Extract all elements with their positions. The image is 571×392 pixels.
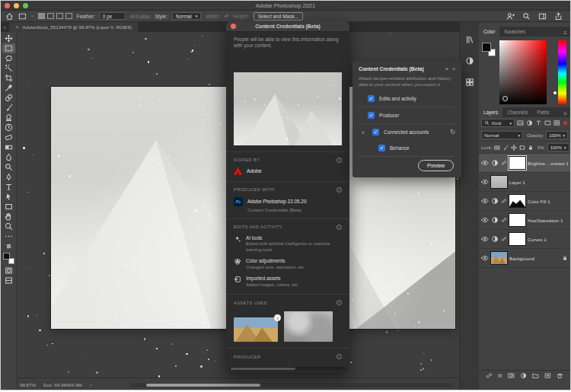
tool-quick-selection-tool[interactable]: [2, 63, 15, 73]
share-export-icon[interactable]: [554, 12, 563, 21]
shape-layers-icon[interactable]: [544, 120, 551, 126]
visibility-eye-icon[interactable]: [481, 159, 489, 167]
tool-type-tool[interactable]: [2, 182, 15, 192]
filter-toggle-icon[interactable]: [563, 121, 567, 125]
tool-path-selection-tool[interactable]: [2, 192, 15, 202]
panel-menu-icon[interactable]: ≡: [452, 66, 455, 72]
layer-effects-icon[interactable]: fx: [498, 373, 502, 378]
tool-brush-tool[interactable]: [2, 103, 15, 113]
pixel-layers-icon[interactable]: [517, 120, 524, 126]
foreground-background-colors[interactable]: [3, 253, 14, 264]
checkbox-checked[interactable]: ✓: [378, 145, 385, 151]
tool-eraser-tool[interactable]: [2, 132, 15, 142]
new-selection-icon[interactable]: [38, 13, 45, 19]
layer-row[interactable]: Layer 1: [479, 173, 570, 192]
new-adjustment-icon[interactable]: [520, 372, 527, 379]
layer-name[interactable]: Brightne... ontrast 1: [528, 161, 568, 166]
tool-pen-tool[interactable]: [2, 172, 15, 182]
link-layers-icon[interactable]: [486, 372, 493, 379]
option-connected-accounts[interactable]: ∨✓Connected accounts↻: [359, 124, 455, 140]
active-tool-icon[interactable]: [18, 12, 27, 21]
layer-row[interactable]: Background: [479, 249, 570, 268]
panel-adjustments-button[interactable]: [463, 55, 477, 66]
layer-row[interactable]: Hue/Saturation 1: [479, 211, 570, 230]
tab-swatches[interactable]: Swatches: [499, 27, 530, 37]
select-and-mask-button[interactable]: Select and Mask...: [254, 12, 303, 21]
info-icon[interactable]: i: [337, 187, 342, 193]
tab-color[interactable]: Color: [479, 27, 499, 37]
tool-screen-mode[interactable]: [2, 276, 15, 285]
close-panel-button[interactable]: [231, 24, 236, 29]
layer-row[interactable]: Color Fill 1: [479, 192, 570, 211]
refresh-icon[interactable]: ↻: [450, 129, 455, 135]
panel-menu-icon[interactable]: ≡: [560, 110, 570, 117]
panel-libraries-button[interactable]: [463, 33, 477, 45]
visibility-eye-icon[interactable]: [481, 216, 489, 224]
visibility-eye-icon[interactable]: [481, 178, 489, 186]
layer-thumbnail[interactable]: [509, 233, 525, 245]
layer-thumbnail[interactable]: [491, 252, 507, 264]
info-icon[interactable]: i: [337, 300, 342, 305]
checkbox-checked[interactable]: ✓: [368, 95, 375, 102]
layer-thumbnail[interactable]: [509, 214, 525, 226]
visibility-eye-icon[interactable]: [481, 197, 489, 205]
tool-spot-healing-brush-tool[interactable]: [2, 93, 15, 103]
tool-gradient-tool[interactable]: [2, 142, 15, 152]
subtract-from-selection-icon[interactable]: [56, 13, 63, 19]
checkbox-checked[interactable]: ✓: [372, 129, 379, 135]
lock-position-icon[interactable]: [511, 145, 517, 151]
visibility-eye-icon[interactable]: [481, 254, 489, 262]
asset-thumbnail-clouds[interactable]: [284, 311, 333, 342]
tool-history-brush-tool[interactable]: [2, 123, 15, 132]
tool-zoom-tool[interactable]: [2, 221, 15, 231]
feather-input[interactable]: 0 px: [100, 12, 126, 20]
tool-clone-stamp-tool[interactable]: [2, 113, 15, 123]
search-icon[interactable]: [522, 12, 531, 21]
lock-transparency-icon[interactable]: [494, 145, 500, 151]
collapse-panel-icon[interactable]: «: [445, 66, 448, 72]
tool-lasso-tool[interactable]: [2, 53, 15, 63]
color-field[interactable]: [499, 40, 547, 104]
new-layer-icon[interactable]: [544, 372, 551, 379]
tool-swap-colors[interactable]: [2, 241, 15, 251]
chevron-down-icon[interactable]: ∨: [359, 129, 368, 135]
info-icon[interactable]: i: [337, 225, 342, 230]
option-producer[interactable]: ✓Producer: [359, 107, 455, 123]
info-icon[interactable]: i: [337, 354, 342, 359]
intersect-selection-icon[interactable]: [65, 13, 72, 19]
zoom-level[interactable]: 98.87%: [20, 382, 36, 387]
panel-scrollbar-thumb[interactable]: [231, 368, 295, 370]
close-tab-icon[interactable]: ×: [15, 24, 18, 30]
tool-preset-chevron-icon[interactable]: ▾: [31, 14, 33, 18]
color-picker-ring[interactable]: [502, 96, 508, 101]
layer-thumbnail[interactable]: [509, 157, 525, 169]
asset-thumbnail-pyramids[interactable]: i: [234, 317, 278, 342]
lock-all-icon[interactable]: [528, 145, 534, 151]
status-chevron-icon[interactable]: >: [90, 382, 93, 387]
asset-info-badge-icon[interactable]: i: [274, 314, 281, 321]
tab-channels[interactable]: Channels: [502, 107, 532, 117]
tool-move-tool[interactable]: [2, 33, 15, 43]
preview-button[interactable]: Preview: [418, 160, 454, 171]
tool-edit-toolbar[interactable]: [2, 231, 15, 241]
home-icon[interactable]: [5, 12, 14, 21]
layer-row[interactable]: Brightne... ontrast 1: [479, 154, 570, 173]
option-edits-and-activity[interactable]: ✓Edits and activity: [359, 91, 455, 107]
document-tab[interactable]: × AdobeStock_55134478 @ 98.87% (Layer 0,…: [9, 22, 138, 32]
info-icon[interactable]: i: [337, 158, 342, 163]
visibility-eye-icon[interactable]: [481, 235, 489, 243]
layer-name[interactable]: Color Fill 1: [528, 199, 568, 204]
layer-filter-select[interactable]: Kind▾: [481, 119, 515, 127]
opacity-select[interactable]: 100%▾: [546, 131, 568, 139]
type-layers-icon[interactable]: [535, 120, 542, 126]
tool-hand-tool[interactable]: [2, 212, 15, 221]
lock-pixels-icon[interactable]: [502, 145, 509, 151]
layer-thumbnail[interactable]: [509, 195, 525, 207]
workspace-switcher-icon[interactable]: [538, 12, 547, 21]
layer-row[interactable]: Curves 1: [479, 230, 570, 249]
option-behance[interactable]: ✓Behance: [359, 140, 455, 156]
fill-select[interactable]: 100%▾: [547, 143, 569, 151]
layer-thumbnail[interactable]: [491, 176, 507, 188]
layer-name[interactable]: Background: [509, 256, 560, 261]
tool-dodge-tool[interactable]: [2, 162, 15, 172]
